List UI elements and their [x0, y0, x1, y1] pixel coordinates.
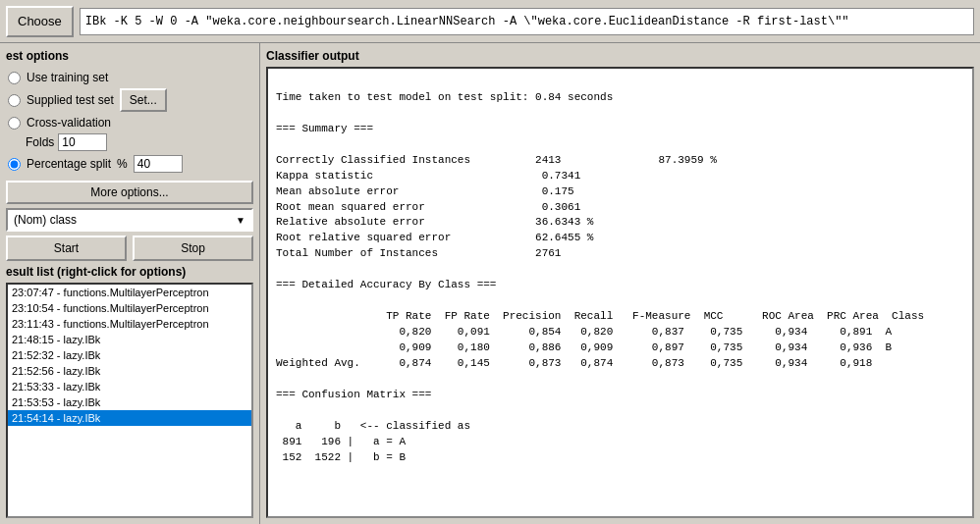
- result-list[interactable]: 23:07:47 - functions.MultilayerPerceptro…: [8, 285, 251, 516]
- test-options-radio-group: Use training set Supplied test set Set..…: [6, 71, 253, 173]
- result-section: esult list (right-click for options) 23:…: [6, 265, 253, 518]
- cross-validation-label: Cross-validation: [27, 116, 111, 130]
- start-stop-row: Start Stop: [6, 236, 253, 261]
- classifier-command-input[interactable]: [80, 8, 974, 35]
- start-button[interactable]: Start: [6, 236, 127, 261]
- result-list-title: esult list (right-click for options): [6, 265, 253, 279]
- class-section: (Nom) class ▼: [6, 208, 253, 232]
- more-options-button[interactable]: More options...: [6, 181, 253, 204]
- list-item[interactable]: 21:48:15 - lazy.IBk: [8, 332, 251, 347]
- class-dropdown-label: (Nom) class: [14, 213, 77, 227]
- use-training-set-row: Use training set: [8, 71, 253, 84]
- list-item[interactable]: 21:53:33 - lazy.IBk: [8, 379, 251, 394]
- folds-input[interactable]: [58, 133, 107, 151]
- folds-label: Folds: [26, 135, 54, 149]
- percentage-input[interactable]: [134, 155, 183, 173]
- percentage-split-radio[interactable]: [8, 158, 21, 171]
- list-item[interactable]: 23:11:43 - functions.MultilayerPerceptro…: [8, 316, 251, 332]
- list-item[interactable]: 21:52:56 - lazy.IBk: [8, 363, 251, 379]
- percentage-split-row: Percentage split %: [8, 155, 253, 173]
- supplied-test-set-row: Supplied test set Set...: [8, 88, 253, 112]
- main-layout: est options Use training set Supplied te…: [0, 43, 980, 524]
- use-training-set-radio[interactable]: [8, 72, 21, 84]
- classifier-output-title: Classifier output: [266, 49, 974, 63]
- class-dropdown[interactable]: (Nom) class ▼: [6, 208, 253, 232]
- classifier-output-box[interactable]: Time taken to test model on test split: …: [266, 67, 974, 518]
- percent-sign: %: [117, 157, 128, 171]
- list-item[interactable]: 21:52:32 - lazy.IBk: [8, 347, 251, 363]
- cross-validation-row: Cross-validation: [8, 116, 253, 130]
- chevron-down-icon: ▼: [236, 215, 245, 226]
- supplied-test-set-label: Supplied test set: [27, 93, 114, 107]
- list-item[interactable]: 23:10:54 - functions.MultilayerPerceptro…: [8, 300, 251, 316]
- result-list-container: 23:07:47 - functions.MultilayerPerceptro…: [6, 283, 253, 518]
- use-training-set-label: Use training set: [27, 71, 108, 84]
- stop-button[interactable]: Stop: [133, 236, 253, 261]
- percentage-split-label: Percentage split: [27, 157, 111, 171]
- list-item[interactable]: 21:54:14 - lazy.IBk: [8, 410, 251, 426]
- choose-button[interactable]: Choose: [6, 6, 74, 37]
- left-panel: est options Use training set Supplied te…: [0, 43, 260, 524]
- more-options-row: More options...: [6, 181, 253, 204]
- supplied-test-set-radio[interactable]: [8, 94, 21, 107]
- set-button[interactable]: Set...: [120, 88, 167, 112]
- toolbar: Choose: [0, 0, 980, 43]
- list-item[interactable]: 23:07:47 - functions.MultilayerPerceptro…: [8, 285, 251, 300]
- folds-row: Folds: [26, 133, 253, 151]
- test-options-title: est options: [6, 49, 253, 63]
- right-panel: Classifier output Time taken to test mod…: [260, 43, 980, 524]
- cross-validation-radio[interactable]: [8, 117, 21, 130]
- list-item[interactable]: 21:53:53 - lazy.IBk: [8, 394, 251, 410]
